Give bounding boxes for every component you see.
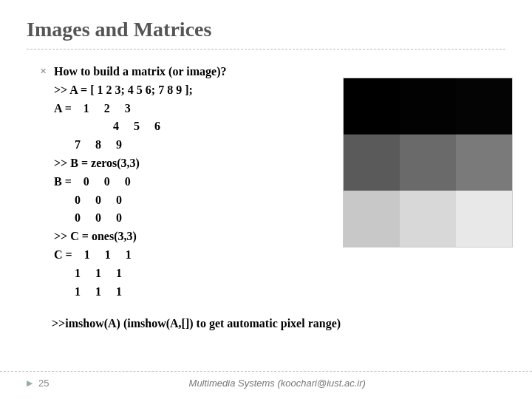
slide: Images and Matrices ✕ How to build a mat… bbox=[0, 0, 532, 399]
pixel-1-2 bbox=[456, 134, 512, 191]
pixel-0-1 bbox=[400, 78, 456, 134]
bullet-body: How to build a matrix (or image)? >> A =… bbox=[54, 63, 226, 301]
code-block: >> A = [ 1 2 3; 4 5 6; 7 8 9 ]; A = 1 2 … bbox=[54, 81, 226, 301]
page-number: 25 bbox=[38, 378, 49, 389]
pixel-0-2 bbox=[456, 78, 512, 134]
content-row: ✕ How to build a matrix (or image)? >> A… bbox=[27, 63, 505, 301]
matrix-image bbox=[343, 78, 513, 248]
footer: ▶ 25 Multimedia Systems (koochari@iust.a… bbox=[0, 371, 532, 389]
pixel-1-1 bbox=[400, 134, 456, 191]
pixel-1-0 bbox=[344, 134, 400, 191]
image-column bbox=[343, 78, 513, 248]
pixel-2-2 bbox=[456, 191, 512, 247]
pixel-0-0 bbox=[344, 78, 400, 134]
imshow-line: >>imshow(A) (imshow(A,[]) to get automat… bbox=[52, 317, 505, 330]
bullet-heading: How to build a matrix (or image)? bbox=[54, 63, 226, 81]
pixel-2-1 bbox=[400, 191, 456, 247]
text-column: ✕ How to build a matrix (or image)? >> A… bbox=[27, 63, 226, 301]
footer-arrow-icon: ▶ bbox=[27, 378, 33, 388]
bullet-icon: ✕ bbox=[40, 66, 47, 76]
pixel-2-0 bbox=[344, 191, 400, 247]
bullet-line: ✕ How to build a matrix (or image)? >> A… bbox=[40, 63, 226, 301]
footer-text: Multimedia Systems (koochari@iust.ac.ir) bbox=[49, 378, 505, 389]
slide-title: Images and Matrices bbox=[27, 18, 505, 50]
